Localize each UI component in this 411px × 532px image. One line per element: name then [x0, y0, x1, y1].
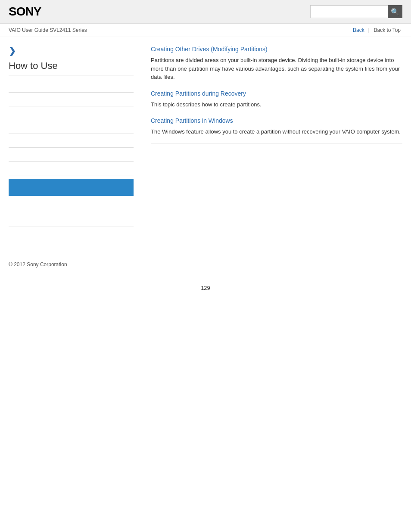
sidebar-item[interactable]	[9, 148, 134, 162]
sidebar-chevron-icon: ❯	[9, 46, 134, 56]
topic-description-creating-partitions-windows: The Windows feature allows you to create…	[151, 128, 402, 136]
content-area: Creating Other Drives (Modifying Partiti…	[142, 46, 402, 227]
topic-description-creating-other-drives: Partitions are divided areas on your bui…	[151, 56, 402, 81]
guide-title: VAIO User Guide SVL2411 Series	[9, 27, 87, 33]
search-container: 🔍	[310, 5, 402, 18]
nav-separator: |	[367, 27, 369, 33]
back-to-top-link[interactable]: Back to Top	[372, 27, 402, 33]
header: SONY 🔍	[0, 0, 411, 24]
sidebar-item[interactable]	[9, 79, 134, 93]
sidebar-title: How to Use	[9, 60, 134, 75]
main-content: ❯ How to Use Creating Other Drives (Modi…	[0, 37, 411, 236]
sidebar-item[interactable]	[9, 120, 134, 134]
sub-header: VAIO User Guide SVL2411 Series Back | Ba…	[0, 24, 411, 37]
topic-title-creating-partitions-windows[interactable]: Creating Partitions in Windows	[151, 117, 402, 124]
search-input[interactable]	[310, 5, 388, 18]
search-button[interactable]: 🔍	[388, 5, 402, 18]
sidebar-item[interactable]	[9, 213, 134, 227]
sidebar-item[interactable]	[9, 199, 134, 213]
copyright: © 2012 Sony Corporation	[9, 261, 67, 268]
back-link[interactable]: Back	[353, 27, 364, 33]
topic-divider	[151, 143, 402, 143]
topic-section-creating-other-drives: Creating Other Drives (Modifying Partiti…	[151, 46, 402, 81]
nav-links: Back | Back to Top	[353, 27, 402, 33]
sony-logo: SONY	[9, 5, 41, 19]
search-icon: 🔍	[391, 8, 399, 16]
sidebar-item[interactable]	[9, 134, 134, 148]
topic-section-creating-partitions-recovery: Creating Partitions during Recovery This…	[151, 90, 402, 109]
sidebar-highlighted-item[interactable]	[9, 179, 134, 196]
topic-title-creating-other-drives[interactable]: Creating Other Drives (Modifying Partiti…	[151, 46, 402, 53]
sidebar-item[interactable]	[9, 106, 134, 120]
topic-description-creating-partitions-recovery: This topic describes how to create parti…	[151, 100, 402, 109]
sidebar-item[interactable]	[9, 162, 134, 175]
page-number: 129	[0, 276, 411, 300]
topic-section-creating-partitions-windows: Creating Partitions in Windows The Windo…	[151, 117, 402, 143]
topic-title-creating-partitions-recovery[interactable]: Creating Partitions during Recovery	[151, 90, 402, 97]
sidebar-item[interactable]	[9, 93, 134, 106]
sidebar: ❯ How to Use	[9, 46, 134, 227]
footer: © 2012 Sony Corporation	[0, 253, 411, 276]
